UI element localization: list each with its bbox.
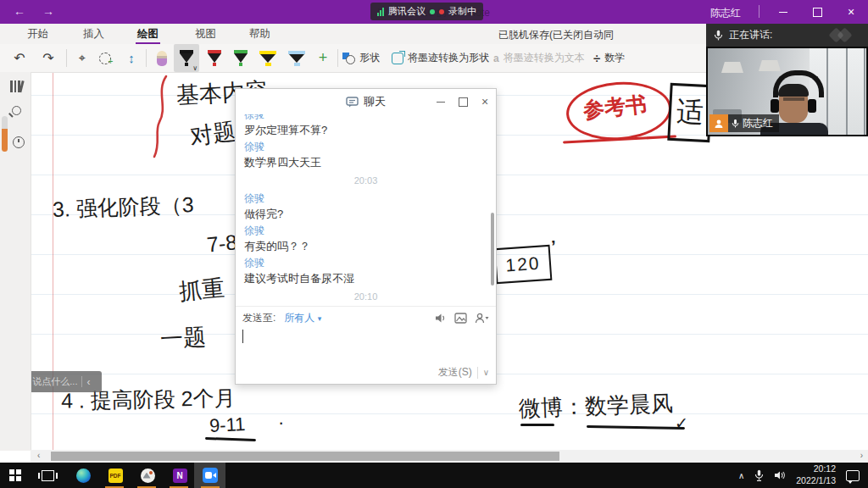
video-bg-lamp: [721, 62, 743, 73]
scroll-indicator[interactable]: [2, 116, 8, 152]
tab-help[interactable]: 帮助: [246, 27, 274, 42]
lasso-select-button[interactable]: ⌖: [71, 44, 93, 72]
chat-window: 聊天 × 徐骏罗尔定理算不算?徐骏数学界四大天王20:03徐骏做得完?徐骏有卖的…: [235, 88, 497, 385]
headphone-earcup: [808, 99, 816, 113]
chat-maximize-button[interactable]: [452, 89, 474, 114]
underline-weibo: [520, 424, 554, 426]
meeting-app-name: 腾讯会议: [388, 5, 426, 18]
meeting-video-overlay[interactable]: 正在讲话:: [706, 24, 868, 136]
divider: [81, 376, 82, 387]
handwriting-zhuazhong: 抓重: [178, 273, 226, 308]
chat-close-button[interactable]: ×: [474, 89, 496, 114]
window-minimize-button[interactable]: [766, 0, 800, 24]
chat-message-text: 做得完?: [244, 207, 487, 221]
collapse-arrow-icon[interactable]: ‹: [86, 376, 90, 388]
canvas-horizontal-scrollbar[interactable]: ‹ ›: [31, 450, 868, 463]
redo-button[interactable]: ↷: [37, 44, 59, 72]
tab-draw[interactable]: 绘图: [134, 27, 162, 42]
pdf-icon: PDF: [108, 469, 123, 483]
person-icon: [714, 119, 724, 129]
task-view-button[interactable]: [32, 463, 63, 488]
taskbar-onenote[interactable]: N: [164, 463, 195, 488]
shapes-button[interactable]: 形状: [342, 44, 380, 72]
notebooks-icon[interactable]: [10, 80, 24, 92]
ink-to-shape-button[interactable]: 将墨迹转换为形状: [392, 44, 489, 72]
red-brace-stroke: [149, 75, 171, 159]
chat-minimize-button[interactable]: [430, 89, 452, 114]
insert-space-button[interactable]: ↕: [120, 44, 142, 72]
taskbar-pdf-app[interactable]: PDF: [100, 463, 131, 488]
handwriting-yiti: 一题: [159, 322, 207, 355]
undo-button[interactable]: ↶: [8, 44, 31, 72]
scroll-right-icon[interactable]: ›: [860, 451, 863, 460]
paint-icon: [141, 469, 155, 483]
chat-messages[interactable]: 徐骏罗尔定理算不算?徐骏数学界四大天王20:03徐骏做得完?徐骏有卖的吗？？徐骏…: [236, 114, 496, 306]
tab-view[interactable]: 视图: [192, 27, 220, 42]
chat-input-field[interactable]: [236, 328, 496, 362]
ink-to-text-icon: a: [493, 53, 499, 64]
action-center-icon[interactable]: [846, 470, 860, 481]
sound-icon[interactable]: [435, 313, 447, 324]
chat-timestamp: 20:10: [244, 291, 487, 302]
add-pen-button[interactable]: +: [312, 44, 334, 72]
chat-timestamp: 20:03: [244, 175, 487, 186]
tray-volume-icon[interactable]: [774, 470, 786, 480]
chat-title: 聊天: [364, 94, 386, 109]
system-tray: ∧ 20:12 2022/1/13: [738, 463, 868, 488]
taskbar-clock[interactable]: 20:12 2022/1/13: [796, 463, 836, 486]
pen-black-selected[interactable]: ∨: [174, 44, 199, 72]
send-to-dropdown[interactable]: 所有人 ▾: [284, 311, 321, 325]
chat-scrollbar[interactable]: [491, 213, 494, 286]
ink-to-shape-icon: [392, 53, 403, 64]
sync-status: 已脱机保存(已关闭自动同: [498, 28, 707, 42]
scrollbar-thumb[interactable]: [51, 452, 559, 461]
taskbar-edge[interactable]: [68, 463, 98, 488]
headphone-earcup: [771, 99, 779, 113]
meeting-status-pill[interactable]: 腾讯会议 录制中: [370, 3, 483, 20]
send-button[interactable]: 发送(S): [438, 365, 472, 380]
shield-status-icon: [430, 9, 435, 14]
handwriting-months-9-11: 9-11: [209, 413, 246, 437]
window-maximize-button[interactable]: [800, 0, 834, 24]
recording-dot-icon: [439, 9, 444, 14]
image-icon[interactable]: [454, 313, 467, 324]
video-bg-lamp: [759, 60, 781, 71]
quick-chat-placeholder[interactable]: 说点什么...: [32, 375, 77, 388]
tray-expand-icon[interactable]: ∧: [738, 471, 744, 480]
taskbar-paint-app[interactable]: [132, 463, 163, 488]
chat-sender-name: 徐骏: [244, 191, 487, 206]
scroll-left-icon[interactable]: ‹: [37, 451, 40, 460]
dropdown-arrow-icon: ▾: [318, 314, 322, 323]
window-close-button[interactable]: ×: [834, 0, 868, 24]
tab-insert[interactable]: 插入: [80, 27, 108, 42]
mic-icon: [714, 30, 723, 42]
search-icon[interactable]: [12, 106, 21, 115]
participant-name: 陈志红: [743, 116, 773, 130]
tencent-meeting-icon: [203, 468, 218, 483]
lasso-circle-button[interactable]: +: [95, 44, 117, 72]
chat-sender-name: 徐骏: [244, 256, 487, 270]
pen-red[interactable]: [203, 44, 226, 72]
handwriting-stage3: 3. 强化阶段（3: [52, 191, 194, 224]
highlighter-yellow[interactable]: [254, 44, 281, 72]
highlighter-blue[interactable]: [283, 44, 310, 72]
tray-mic-icon[interactable]: [754, 469, 764, 481]
send-options-arrow-icon[interactable]: ∨: [483, 368, 489, 377]
participant-video[interactable]: 陈志红: [706, 47, 868, 136]
handwriting-120: 120: [505, 253, 542, 276]
mention-person-icon[interactable]: [475, 313, 489, 324]
pen-green[interactable]: [229, 44, 253, 72]
taskbar-tencent-meeting[interactable]: [195, 463, 225, 488]
start-button[interactable]: [0, 463, 31, 488]
recording-label: 录制中: [448, 5, 476, 18]
tab-home[interactable]: 开始: [24, 27, 52, 42]
math-button[interactable]: ÷ 数学: [593, 44, 625, 72]
recent-notes-icon[interactable]: [13, 136, 25, 148]
clock-time: 20:12: [814, 463, 836, 474]
eraser-tool[interactable]: [152, 44, 172, 72]
account-name[interactable]: 陈志红: [710, 6, 741, 20]
onenote-sidebar: [0, 72, 31, 451]
chat-message-text: 建议考试时自备尿不湿: [244, 271, 487, 286]
desktop: 基本内容 对题 3. 强化阶段（3 7-8 抓重 一题 4 . 提高阶段 2个月…: [0, 0, 868, 488]
handwriting-tick: ’: [551, 237, 556, 257]
